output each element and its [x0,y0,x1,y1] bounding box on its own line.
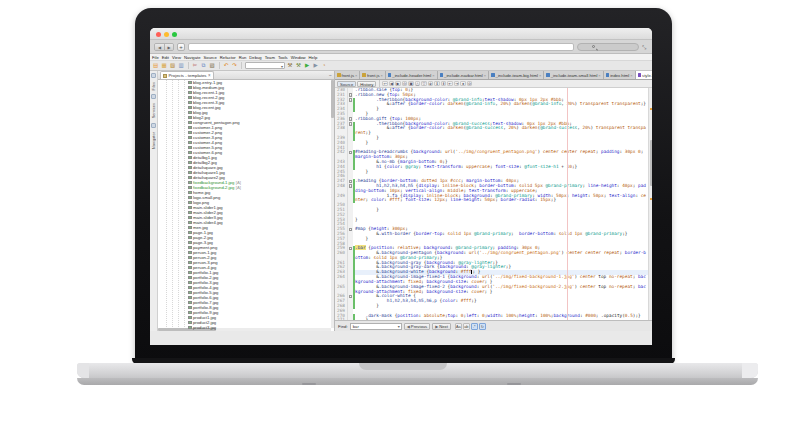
window-titlebar[interactable] [150,28,652,40]
close-icon[interactable]: × [539,73,541,78]
menu-team[interactable]: Team [265,55,275,60]
tab-front.js[interactable]: front.js× [335,71,360,79]
fold-icon[interactable]: − [349,180,353,184]
fold-icon[interactable]: − [349,228,353,232]
chevron-down-icon[interactable]: ▾ [398,324,400,329]
close-icon[interactable]: × [381,73,383,78]
open-project-icon[interactable]: ▧ [169,62,176,69]
fold-icon[interactable]: − [349,117,353,121]
match-case-toggle[interactable]: Aa [455,323,462,330]
debug-project-icon[interactable]: ▶ [312,62,319,69]
menu-help[interactable]: Help [309,55,318,60]
find-next-button[interactable]: ▶ Next [432,323,451,330]
highlight-icon[interactable]: ▣ [408,81,414,87]
fold-icon[interactable]: − [349,98,353,102]
copy-icon[interactable]: ⧉ [200,62,207,69]
save-all-icon[interactable]: ▥ [178,62,185,69]
fold-icon[interactable]: − [349,93,353,97]
find-previous-button[interactable]: ◀ Previous [404,323,430,330]
undo-icon[interactable]: ↶ [223,62,230,69]
tab-_include-header.html[interactable]: _include-header.html× [386,71,438,79]
editor-tab-bar: front.js×front.js×_include-header.html×_… [335,71,652,80]
menu-debug[interactable]: Debug [249,55,261,60]
menu-navigate[interactable]: Navigate [184,55,201,60]
editor-scrollbar[interactable] [648,88,652,320]
profile-project-icon[interactable]: ◔ [321,62,328,69]
back-button[interactable]: ◀ [155,44,164,50]
menu-refactor[interactable]: Refactor [220,55,236,60]
clean-build-icon[interactable]: ⚒ [295,62,302,69]
menu-edit[interactable]: Edit [162,55,169,60]
fold-icon[interactable]: − [349,247,353,251]
jump-forward-icon[interactable]: ▶ [395,81,401,87]
next-occurrence-icon[interactable]: ▽ [421,81,427,87]
sidebar-item-navigator[interactable]: Navigator [151,132,156,149]
new-tab-button[interactable]: + [177,43,185,51]
redo-icon[interactable]: ↷ [231,62,238,69]
close-icon[interactable]: × [208,73,211,78]
tab-style.less[interactable]: style.less× [636,71,652,79]
menu-file[interactable]: File [152,55,159,60]
previous-bookmark-icon[interactable]: ⇞ [434,81,440,87]
fold-icon[interactable]: − [349,295,353,299]
find-input[interactable]: bar ▾ [350,323,402,330]
paste-icon[interactable]: ▨ [209,62,216,69]
minimize-window-button[interactable] [164,32,169,37]
address-field[interactable] [188,43,574,51]
comment-icon[interactable]: ⊘ [467,81,473,87]
toggle-bookmark-icon[interactable]: ◈ [428,81,434,87]
fold-icon[interactable]: − [349,184,353,188]
highlight-results-toggle[interactable]: ↻ [479,323,486,330]
configuration-combo[interactable] [245,62,285,69]
close-icon[interactable]: × [598,73,600,78]
code-line[interactable]: 238 &:after {border-color: darken(@brand… [335,126,648,136]
list-item[interactable]: product3.jpg [158,325,334,330]
tab-front.js[interactable]: front.js× [360,71,385,79]
run-project-icon[interactable]: ▶ [304,62,311,69]
menu-tools[interactable]: Tools [278,55,288,60]
new-project-icon[interactable]: ▦ [161,62,168,69]
tab-_include-team-big.html[interactable]: _include-team-big.html× [489,71,544,79]
code-line[interactable]: 271 } [335,318,648,320]
sidebar-item-services[interactable]: Services [151,103,156,118]
sidebar-item-files[interactable]: Files [151,82,156,90]
macro-record-icon[interactable]: ● [460,81,466,87]
whole-words-toggle[interactable]: ab [463,323,470,330]
tab-_include-team-small.html[interactable]: _include-team-small.html× [544,71,603,79]
menu-run[interactable]: Run [239,55,247,60]
code-line[interactable]: 249 i.fa {display: inline-block; backgro… [335,194,648,204]
shift-left-icon[interactable]: ⇤ [447,81,453,87]
previous-occurrence-icon[interactable]: △ [415,81,421,87]
view-tab-source[interactable]: Source [337,81,356,87]
last-edit-icon[interactable]: ↩ [382,81,388,87]
jump-back-icon[interactable]: ◀ [389,81,395,87]
menu-view[interactable]: View [172,55,181,60]
close-icon[interactable]: × [355,73,357,78]
next-bookmark-icon[interactable]: ⇟ [441,81,447,87]
find-selection-icon[interactable]: ⊙ [402,81,408,87]
close-icon[interactable]: × [432,73,434,78]
view-tab-history[interactable]: History [357,81,376,87]
build-project-icon[interactable]: ⚒ [287,62,294,69]
code-area[interactable]: 230.ribbon.sale {top: 0;}231−.ribbon.new… [335,88,652,320]
close-icon[interactable]: × [484,73,486,78]
close-window-button[interactable] [156,32,161,37]
new-file-icon[interactable]: ▤ [152,62,159,69]
menu-window[interactable]: Window [291,55,306,60]
resize-icon[interactable]: ⤡ [642,44,648,50]
search-input[interactable] [577,43,639,51]
projects-tab[interactable]: Projects - templates × [160,71,214,79]
fold-icon[interactable]: − [349,151,353,155]
forward-button[interactable]: ▶ [164,44,173,50]
fold-icon[interactable]: − [349,122,353,126]
menu-source[interactable]: Source [204,55,217,60]
tab-_include-navbar.html[interactable]: _include-navbar.html× [438,71,489,79]
shift-right-icon[interactable]: ⇥ [454,81,460,87]
tab-index.html[interactable]: index.html× [604,71,636,79]
cut-icon[interactable]: ✂ [192,62,199,69]
close-icon[interactable]: × [630,73,632,78]
minimize-panel-icon[interactable]: − [329,72,332,78]
regex-toggle[interactable]: .* [471,323,478,330]
zoom-window-button[interactable] [172,32,177,37]
image-file-icon [188,96,192,100]
